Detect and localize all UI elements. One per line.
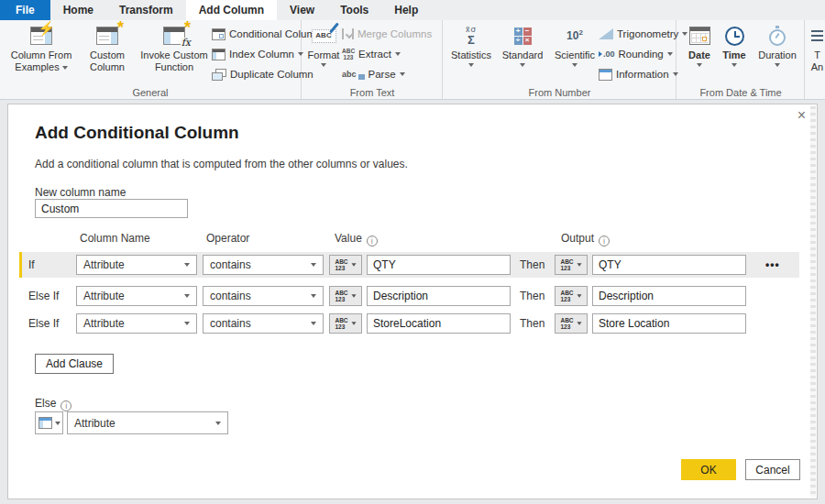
dropdown-icon — [395, 52, 401, 56]
button-label: Time — [722, 49, 745, 61]
value-type-button[interactable]: ABC123 — [329, 255, 362, 275]
sparkle-icon: * — [184, 19, 191, 36]
rounding-button[interactable]: .00 Rounding — [599, 45, 688, 63]
output-input[interactable] — [592, 313, 746, 334]
button-label: Duplicate Column — [230, 69, 314, 80]
group-label-from-number: From Number — [444, 87, 676, 98]
clipped-button[interactable]: T An — [809, 24, 825, 73]
column-name-select[interactable]: Attribute — [76, 255, 197, 275]
button-label: Date — [688, 49, 710, 61]
extract-button[interactable]: ABC123 Extract — [342, 45, 432, 63]
row-keyword: Else If — [22, 317, 76, 330]
invoke-custom-function-button[interactable]: *fx Invoke Custom Function — [136, 24, 213, 73]
parse-box-icon — [358, 74, 365, 80]
column-from-examples-button[interactable]: ⚡ Column From Examples — [4, 24, 79, 73]
calendar-icon — [689, 27, 710, 45]
operator-select[interactable]: contains — [203, 313, 324, 334]
statistics-button[interactable]: x̄σΣ Statistics — [447, 24, 495, 67]
column-name-select[interactable]: Attribute — [76, 313, 197, 334]
output-type-button[interactable]: ABC123 — [555, 286, 588, 306]
table-lightning-icon: ⚡ — [30, 27, 52, 45]
tab-add-column[interactable]: Add Column — [186, 0, 277, 20]
ok-button[interactable]: OK — [681, 459, 736, 480]
button-label: T — [814, 49, 820, 61]
dropdown-icon — [577, 263, 581, 266]
cancel-button[interactable]: Cancel — [745, 459, 800, 480]
tab-file[interactable]: File — [0, 0, 50, 20]
merge-columns-button: Merge Columns — [342, 25, 432, 43]
output-input[interactable] — [592, 255, 746, 275]
information-button[interactable]: Information — [599, 65, 688, 83]
else-type-button[interactable] — [35, 411, 63, 434]
value-input[interactable] — [367, 255, 511, 275]
value-header: Valuei — [335, 232, 378, 247]
duplicate-column-icon — [212, 69, 226, 81]
close-icon[interactable]: × — [798, 108, 806, 123]
operator-header: Operator — [206, 232, 249, 245]
parse-button[interactable]: abc Parse — [342, 65, 432, 83]
dropdown-icon — [468, 63, 474, 67]
value-type-button[interactable]: ABC123 — [329, 313, 362, 334]
dropdown-icon — [577, 322, 581, 324]
operator-select[interactable]: contains — [203, 255, 324, 275]
format-button[interactable]: ABC Format — [306, 24, 341, 67]
new-column-name-input[interactable] — [35, 199, 188, 218]
else-value-select[interactable]: Attribute — [67, 411, 228, 434]
button-label: Trigonometry — [617, 28, 678, 39]
time-button[interactable]: Time — [720, 24, 749, 67]
dropdown-icon — [667, 52, 673, 56]
dropdown-icon — [184, 263, 190, 267]
dropdown-icon — [311, 263, 316, 267]
scientific-icon: 102 — [566, 28, 583, 42]
button-label: Examples — [15, 61, 67, 73]
duration-button[interactable]: Duration — [754, 24, 800, 67]
button-label: Standard — [502, 49, 544, 61]
dropdown-icon — [311, 322, 316, 325]
row-more-button[interactable]: ••• — [765, 258, 780, 271]
lines-icon — [811, 30, 823, 42]
dialog-scrollbar[interactable] — [810, 106, 816, 497]
column-name-header: Column Name — [80, 232, 150, 245]
tab-help[interactable]: Help — [381, 0, 431, 20]
dropdown-icon — [351, 263, 356, 266]
value-input[interactable] — [367, 313, 511, 334]
button-label: An — [811, 61, 823, 73]
ribbon-group-from-number: x̄σΣ Statistics +−÷× Standard 102 Scient… — [444, 20, 676, 99]
operator-select[interactable]: contains — [203, 286, 324, 306]
sparkle-icon: * — [117, 19, 124, 36]
standard-button[interactable]: +−÷× Standard — [497, 24, 548, 67]
table-type-icon — [38, 417, 52, 429]
conditional-column-icon — [212, 28, 226, 40]
abc123-icon: ABC123 — [560, 317, 573, 331]
tab-tools[interactable]: Tools — [327, 0, 381, 20]
info-icon[interactable]: i — [367, 236, 378, 247]
add-clause-button[interactable]: Add Clause — [35, 354, 114, 374]
output-input[interactable] — [592, 286, 746, 306]
format-abc-icon: ABC — [312, 29, 336, 43]
tab-view[interactable]: View — [277, 0, 327, 20]
custom-column-button[interactable]: * Custom Column — [81, 24, 134, 73]
trigonometry-button[interactable]: Trigonometry — [599, 25, 688, 43]
tab-home[interactable]: Home — [50, 0, 106, 20]
tab-transform[interactable]: Transform — [106, 0, 186, 20]
new-column-name-label: New column name — [35, 186, 126, 199]
date-button[interactable]: Date — [685, 24, 714, 67]
lightning-icon: ⚡ — [38, 21, 55, 35]
output-type-button[interactable]: ABC123 — [555, 255, 588, 275]
dropdown-icon — [184, 294, 190, 298]
ribbon-body: ⚡ Column From Examples * Custom Column *… — [0, 20, 825, 99]
dropdown-icon — [577, 294, 581, 297]
output-type-button[interactable]: ABC123 — [555, 313, 588, 334]
value-type-button[interactable]: ABC123 — [329, 286, 362, 306]
scientific-button[interactable]: 102 Scientific — [550, 24, 600, 67]
info-icon[interactable]: i — [60, 400, 72, 411]
value-input[interactable] — [367, 286, 511, 306]
else-row: Attribute — [35, 411, 228, 434]
info-icon[interactable]: i — [599, 236, 610, 247]
table-fx-icon: *fx — [163, 27, 185, 45]
dropdown-icon — [732, 63, 737, 67]
column-name-select[interactable]: Attribute — [76, 286, 197, 306]
dropdown-icon — [351, 294, 356, 297]
dropdown-icon — [62, 66, 68, 70]
dropdown-icon — [215, 422, 221, 425]
